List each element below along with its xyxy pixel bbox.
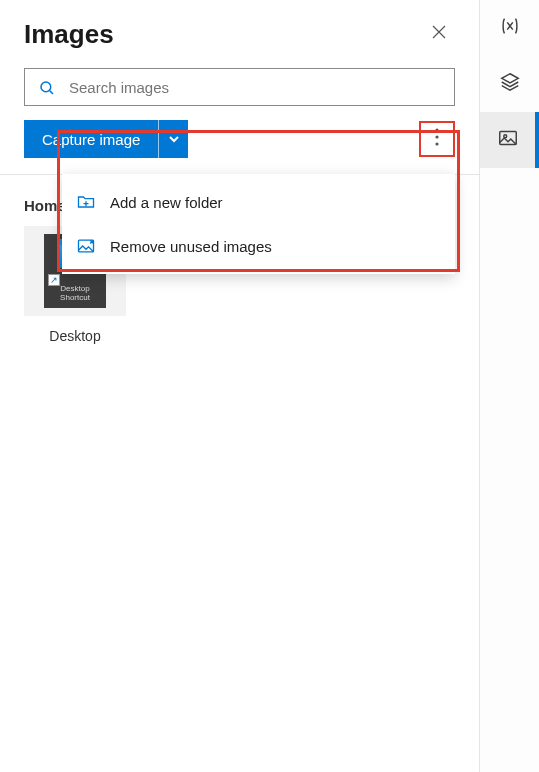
panel-title: Images [24,19,114,50]
menu-item-label: Add a new folder [110,194,223,211]
chevron-down-icon [168,131,180,148]
rail-item-layers[interactable] [480,56,539,112]
images-icon [497,127,519,153]
action-row: Capture image [0,120,479,174]
close-icon [431,24,447,44]
rail-item-variables[interactable] [480,0,539,56]
search-container [0,60,479,120]
svg-point-4 [435,135,438,138]
capture-image-dropdown[interactable] [158,120,188,158]
panel-header: Images [0,0,479,60]
capture-image-button[interactable]: Capture image [24,120,188,158]
svg-point-3 [435,128,438,131]
rail-item-images[interactable] [480,112,539,168]
tool-rail [479,0,539,772]
menu-item-label: Remove unused images [110,238,272,255]
layers-icon [499,71,521,97]
more-actions-button[interactable] [419,121,455,157]
menu-item-remove-unused[interactable]: Remove unused images [62,224,455,268]
search-input[interactable] [24,68,455,106]
more-vertical-icon [435,128,439,150]
images-panel: Images Capture image [0,0,479,772]
remove-images-icon [76,236,96,256]
capture-image-label: Capture image [24,120,158,158]
menu-item-add-folder[interactable]: Add a new folder [62,180,455,224]
thumbnail-mini-caption: Desktop Shortcut [44,284,106,302]
svg-point-5 [435,142,438,145]
more-actions-menu: Add a new folder Remove unused images [62,174,455,274]
add-folder-icon [76,192,96,212]
thumbnail-label: Desktop [49,328,100,344]
close-button[interactable] [423,18,455,50]
variables-icon [499,15,521,41]
